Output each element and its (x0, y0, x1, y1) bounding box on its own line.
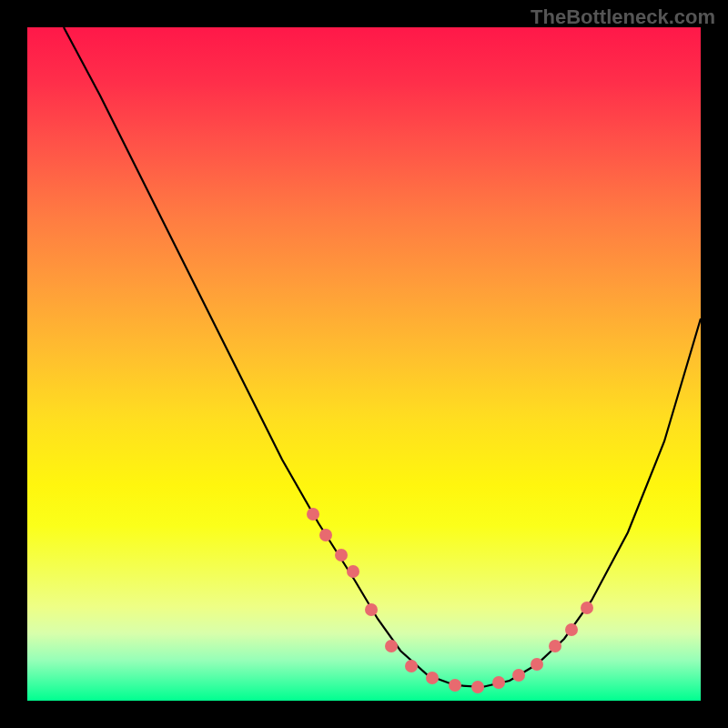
marker-dot (385, 640, 398, 652)
marker-dot (405, 660, 418, 672)
marker-dot (365, 603, 378, 616)
marker-dot (319, 529, 332, 541)
marker-dot (512, 669, 525, 682)
chart-svg (27, 27, 701, 701)
marker-dot (449, 679, 461, 692)
marker-dot (492, 676, 505, 689)
marker-dot (549, 640, 561, 652)
marker-dot (565, 623, 578, 636)
marker-dot (347, 565, 359, 578)
marker-dot (471, 681, 484, 693)
marker-dot (426, 672, 439, 684)
chart-area (27, 27, 701, 701)
marker-dot (581, 602, 593, 614)
watermark-text: TheBottleneck.com (531, 5, 715, 29)
marker-dot (307, 508, 319, 521)
bottleneck-curve (64, 27, 701, 687)
marker-dot (531, 658, 543, 671)
marker-group (307, 508, 593, 693)
marker-dot (335, 549, 348, 561)
